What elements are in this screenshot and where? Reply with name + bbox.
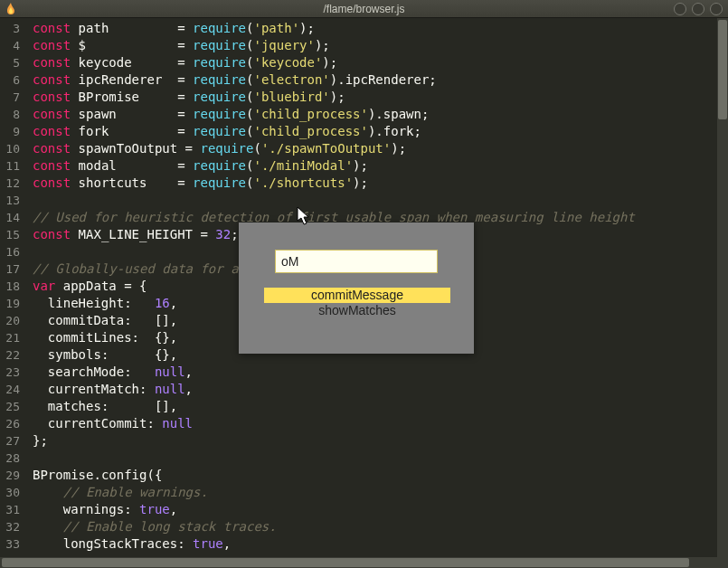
line-number: 19	[0, 295, 20, 312]
line-number: 30	[0, 484, 20, 501]
code-line: matches: [],	[33, 398, 728, 415]
symbol-result-item[interactable]: commitMessage	[264, 288, 450, 303]
code-line: currentCommit: null	[33, 415, 728, 432]
line-number: 16	[0, 243, 20, 260]
code-line: const fork = require('child_process').fo…	[33, 123, 728, 140]
code-line: const spawnToOutput = require('./spawnTo…	[33, 140, 728, 157]
line-number: 18	[0, 278, 20, 295]
line-number: 21	[0, 329, 20, 346]
line-number: 6	[0, 71, 20, 89]
vertical-scrollbar-thumb[interactable]	[718, 20, 727, 119]
code-line: const modal = require('./miniModal');	[33, 157, 728, 175]
code-line: };	[33, 432, 728, 450]
line-number: 3	[0, 20, 20, 37]
symbol-search-input[interactable]	[275, 250, 438, 273]
line-number: 27	[0, 432, 20, 450]
close-button[interactable]	[710, 3, 723, 15]
line-number: 10	[0, 140, 20, 157]
code-line: const BPromise = require('bluebird');	[33, 89, 728, 106]
code-line: longStackTraces: true,	[33, 535, 728, 553]
line-number: 7	[0, 89, 20, 106]
line-number: 22	[0, 346, 20, 364]
code-line: const keycode = require('keycode');	[33, 54, 728, 71]
line-number: 13	[0, 192, 20, 209]
code-line: // Enable warnings.	[33, 484, 728, 501]
symbol-search-popup: commitMessageshowMatches	[239, 222, 474, 354]
code-line: BPromise.config({	[33, 467, 728, 484]
line-number: 24	[0, 381, 20, 398]
line-number: 12	[0, 175, 20, 192]
titlebar: /flame/browser.js	[0, 0, 728, 18]
line-number: 4	[0, 37, 20, 54]
horizontal-scrollbar[interactable]	[0, 557, 728, 568]
line-number: 9	[0, 123, 20, 140]
symbol-result-item[interactable]: showMatches	[264, 303, 450, 318]
code-line: const shortcuts = require('./shortcuts')…	[33, 175, 728, 192]
code-line: // Enable long stack traces.	[33, 518, 728, 535]
line-number: 11	[0, 157, 20, 175]
code-line	[33, 450, 728, 467]
line-number: 5	[0, 54, 20, 71]
line-number: 17	[0, 260, 20, 278]
code-line: warnings: true,	[33, 501, 728, 518]
horizontal-scrollbar-thumb[interactable]	[2, 558, 689, 567]
line-number: 25	[0, 398, 20, 415]
vertical-scrollbar[interactable]	[717, 18, 728, 557]
code-line: const path = require('path');	[33, 20, 728, 37]
code-line: const spawn = require('child_process').s…	[33, 106, 728, 123]
code-line: currentMatch: null,	[33, 381, 728, 398]
gutter: 3456789101112131415161718192021222324252…	[0, 18, 27, 557]
line-number: 26	[0, 415, 20, 432]
line-number: 23	[0, 364, 20, 381]
window-title: /flame/browser.js	[323, 3, 404, 15]
line-number: 14	[0, 209, 20, 226]
line-number: 32	[0, 518, 20, 535]
flame-icon	[4, 2, 18, 16]
symbol-search-results: commitMessageshowMatches	[264, 288, 450, 318]
code-line: searchMode: null,	[33, 364, 728, 381]
line-number: 31	[0, 501, 20, 518]
code-line	[33, 192, 728, 209]
minimize-button[interactable]	[674, 3, 686, 15]
window-controls	[674, 3, 728, 15]
line-number: 29	[0, 467, 20, 484]
line-number: 8	[0, 106, 20, 123]
code-line: const $ = require('jquery');	[33, 37, 728, 54]
maximize-button[interactable]	[692, 3, 704, 15]
line-number: 15	[0, 226, 20, 243]
code-line: const ipcRenderer = require('electron').…	[33, 71, 728, 89]
line-number: 28	[0, 450, 20, 467]
line-number: 33	[0, 535, 20, 553]
line-number: 20	[0, 312, 20, 329]
